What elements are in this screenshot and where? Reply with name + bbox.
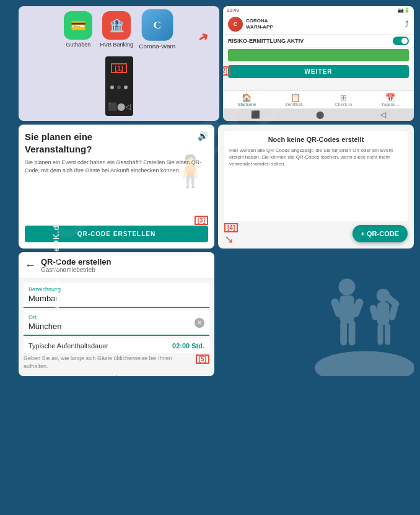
label-1: [1] (111, 63, 126, 73)
form-header: ← QR-Code erstellen Gastronomiebetrieb (19, 252, 214, 279)
status-bar: 20:49 📷🔋 (223, 6, 414, 14)
panel-corona-main: 20:49 📷🔋 C CORONAWARN-APP ⤴ RISIKO-ERMIT… (223, 6, 414, 121)
main-layout: 💳 Guthaben 🏦 HVB Banking C Corona-Warn ➜… (19, 6, 414, 509)
panel-qr-codes: Noch keine QR-Codes erstellt Hier werden… (218, 125, 414, 249)
arrow-4-down: ↘ (224, 234, 234, 245)
checkin-icon: ⊞ (340, 93, 347, 102)
app-icon-guthaben-img: 💳 (64, 11, 92, 40)
nav-home-2: ⬤ (316, 110, 324, 119)
app-icon-hvb-img: 🏦 (102, 11, 131, 40)
sound-icon[interactable]: 🔊 (198, 131, 208, 141)
share-icon[interactable]: ⤴ (405, 19, 409, 29)
app-label-guthaben: Guthaben (66, 42, 91, 48)
veranstaltung-title: Sie planen eineVeranstaltung? (25, 131, 208, 155)
corona-logo: C CORONAWARN-APP (228, 17, 273, 32)
nav-back-2: ◁ (380, 110, 386, 119)
svg-rect-7 (377, 302, 390, 325)
qr-empty-text: Hier werden alle QR-Codes angezeigt, die… (229, 147, 403, 168)
illustration: 🧍 (171, 156, 209, 187)
label-2: [2] (223, 66, 230, 76)
bottom-tabs: 🏠 Startseite 📋 Zertifikat... ⊞ Check-in … (223, 90, 414, 108)
panel-veranstaltung: Sie planen eineVeranstaltung? 🔊 Sie plan… (19, 125, 214, 249)
nav-bar-p2: ⬛ ⬤ ◁ (223, 108, 414, 121)
watermark-text: www.SoftwareOK.de :-) (51, 206, 61, 308)
weiter-container: [2] WEITER (228, 65, 409, 78)
label-1-container: [1] (111, 59, 126, 77)
tagebuch-label: Tagebu... (381, 102, 399, 107)
svg-rect-5 (349, 320, 356, 346)
tab-zertifikat[interactable]: 📋 Zertifikat... (286, 93, 306, 107)
label-3: [3] (195, 216, 208, 225)
tab-checkin[interactable]: ⊞ Check-in (335, 93, 352, 107)
clear-ort-button[interactable]: ✕ (195, 318, 204, 328)
phone-screenshot: [1] ⬛ ⬤ ◁ (105, 56, 133, 116)
green-status-bar (228, 49, 409, 61)
dot-2 (117, 86, 121, 89)
qr-fab-row: [4] ↘ + QR-CODE (224, 225, 408, 242)
corona-logo-icon: C (228, 17, 243, 32)
field-ort: Ort München ✕ (24, 310, 209, 336)
startseite-icon: 🏠 (242, 93, 252, 102)
risiko-bar: RISIKO-ERMITTLUNG AKTIV (223, 35, 414, 47)
app-guthaben[interactable]: 💳 Guthaben (64, 11, 92, 48)
checkin-label: Check-in (335, 102, 352, 107)
startseite-label: Startseite (238, 102, 256, 107)
app-icons-row: 💳 Guthaben 🏦 HVB Banking C Corona-Warn (64, 11, 173, 48)
row-2: Sie planen eineVeranstaltung? 🔊 Sie plan… (19, 125, 414, 249)
toggle-knob (401, 38, 408, 44)
label-4: [4] (224, 223, 238, 232)
back-button[interactable]: ← (25, 259, 36, 272)
duration-value[interactable]: 02:00 Std. (172, 342, 204, 350)
tab-startseite[interactable]: 🏠 Startseite (238, 93, 256, 107)
field-ort-label: Ort (28, 314, 204, 320)
app-corona[interactable]: C Corona-Warn (139, 9, 175, 50)
app-icon-corona-img: C (141, 9, 173, 41)
figure-illustration (302, 265, 414, 376)
nav-menu-icon: ⬛ (108, 102, 117, 111)
risiko-label: RISIKO-ERMITTLUNG AKTIV (228, 38, 304, 44)
tab-tagebuch[interactable]: 📅 Tagebu... (381, 93, 399, 107)
nav-menu-2: ⬛ (251, 110, 260, 119)
red-arrow-1: ➜ (195, 28, 211, 46)
status-icons: 📷🔋 (398, 7, 410, 13)
row-3: ← QR-Code erstellen Gastronomiebetrieb B… (19, 252, 414, 376)
panel-form: ← QR-Code erstellen Gastronomiebetrieb B… (19, 252, 214, 376)
duration-row: Typische Aufenthaltsdauer 02:00 Std. (24, 338, 209, 353)
panel-app-icons: 💳 Guthaben 🏦 HVB Banking C Corona-Warn ➜… (19, 6, 219, 121)
svg-rect-4 (340, 320, 347, 346)
arrow-5: ↓ (19, 371, 214, 376)
svg-rect-11 (385, 324, 390, 345)
app-hvb[interactable]: 🏦 HVB Banking (100, 11, 133, 48)
dot-1 (110, 86, 114, 89)
weiter-button[interactable]: WEITER (228, 65, 409, 78)
qr-empty-title: Noch keine QR-Codes erstellt (229, 136, 403, 143)
nav-back-icon: ◁ (125, 102, 131, 111)
hint-row: Geben Sie an, wie lange sich Gäste üblic… (24, 354, 209, 370)
svg-rect-1 (339, 296, 354, 324)
svg-rect-10 (378, 324, 383, 345)
corona-app-header: C CORONAWARN-APP ⤴ (223, 14, 414, 35)
illustration-panel (218, 252, 414, 376)
label-4-group: [4] ↘ (224, 223, 238, 245)
corona-app-name: CORONAWARN-APP (246, 18, 273, 30)
risiko-toggle[interactable] (393, 37, 409, 45)
nav-bar-panel1: ⬛ ⬤ ◁ (108, 100, 131, 113)
svg-point-0 (339, 279, 356, 296)
zertifikat-icon: 📋 (291, 93, 300, 102)
svg-point-12 (315, 351, 414, 377)
time-display: 20:49 (227, 7, 239, 13)
qr-empty-state: Noch keine QR-Codes erstellt Hier werden… (224, 131, 408, 221)
app-label-hvb: HVB Banking (100, 42, 133, 48)
row-1: 💳 Guthaben 🏦 HVB Banking C Corona-Warn ➜… (19, 6, 414, 121)
duration-label: Typische Aufenthaltsdauer (28, 342, 108, 350)
field-ort-value[interactable]: München (28, 322, 204, 331)
dots-row (110, 86, 128, 89)
tagebuch-icon: 📅 (385, 93, 395, 102)
zertifikat-label: Zertifikat... (286, 102, 306, 107)
hint-text: Geben Sie an, wie lange sich Gäste üblic… (24, 354, 192, 370)
label-5: [5] (196, 354, 209, 364)
qr-fab-button[interactable]: + QR-CODE (352, 225, 408, 242)
dot-3 (124, 86, 128, 89)
nav-home-icon: ⬤ (117, 102, 125, 111)
app-label-corona: Corona-Warn (139, 43, 175, 50)
